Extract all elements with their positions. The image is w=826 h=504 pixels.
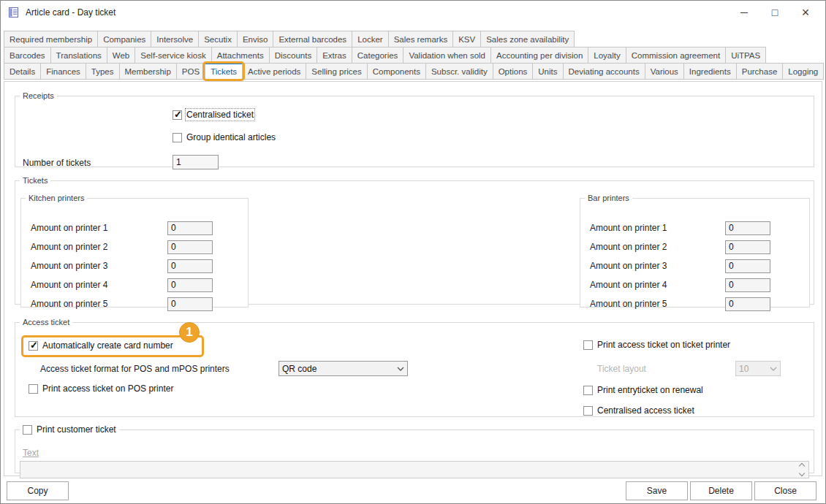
tab[interactable]: Types	[86, 63, 120, 80]
customer-ticket-text-input[interactable]	[20, 461, 809, 478]
window-title: Article card - Day ticket	[26, 1, 115, 24]
tab[interactable]: KSV	[452, 31, 481, 47]
tab[interactable]: Self-service kiosk	[134, 47, 211, 64]
tab[interactable]: Locker	[352, 31, 389, 47]
tab[interactable]: Subscr. validity	[425, 63, 493, 80]
delete-button[interactable]: Delete	[690, 481, 752, 500]
tab[interactable]: Attachments	[211, 47, 270, 64]
printer-row: Amount on printer 3	[31, 256, 242, 275]
tab[interactable]: Enviso	[237, 31, 274, 47]
printer-amount-label: Amount on printer 1	[31, 223, 167, 233]
tab[interactable]: Web	[107, 47, 135, 64]
annotation-badge: 1	[179, 322, 200, 343]
tab[interactable]: POS	[176, 63, 205, 80]
printer-amount-label: Amount on printer 3	[31, 261, 167, 271]
chevron-up-icon[interactable]	[799, 463, 805, 469]
tab[interactable]: Tickets	[205, 63, 243, 80]
tab[interactable]: Commission agreement	[626, 47, 726, 64]
printer-amount-label: Amount on printer 5	[31, 299, 167, 309]
printer-amount-input[interactable]	[725, 259, 770, 273]
print-customer-ticket-checkbox[interactable]: Print customer ticket	[23, 424, 116, 435]
access-ticket-legend: Access ticket	[20, 318, 72, 327]
printer-amount-input[interactable]	[725, 221, 770, 235]
kitchen-printers-legend: Kitchen printers	[26, 194, 87, 202]
tab[interactable]: Companies	[97, 31, 151, 47]
tab[interactable]: Secutix	[198, 31, 238, 47]
tab[interactable]: Sales remarks	[388, 31, 454, 47]
textarea-scrollbar[interactable]	[795, 462, 808, 478]
printer-amount-input[interactable]	[725, 278, 770, 292]
printer-row: Amount on printer 1	[590, 218, 803, 237]
save-button[interactable]: Save	[626, 481, 688, 500]
tab[interactable]: Accounting per division	[490, 47, 588, 64]
bar-printers-legend: Bar printers	[585, 194, 632, 202]
tab[interactable]: Components	[367, 63, 426, 80]
group-identical-articles-checkbox[interactable]: Group identical articles	[173, 132, 276, 142]
tab-row-2: BarcodesTranslationsWebSelf-service kios…	[4, 47, 822, 64]
checkbox-label: Group identical articles	[186, 132, 276, 142]
printer-amount-input[interactable]	[167, 297, 213, 311]
tab[interactable]: Various	[645, 63, 684, 80]
printer-amount-label: Amount on printer 3	[590, 261, 725, 271]
centralised-access-ticket-checkbox[interactable]: Centralised access ticket	[583, 405, 694, 416]
tab[interactable]: Finances	[40, 63, 86, 80]
chevron-down-icon[interactable]	[799, 470, 805, 476]
print-entryticket-renewal-checkbox[interactable]: Print entryticket on renewal	[583, 385, 703, 395]
automatically-create-card-number-checkbox[interactable]: Automatically create card number	[29, 340, 173, 351]
access-ticket-group: Access ticket 1 Automatically create car…	[15, 318, 814, 417]
tab[interactable]: Validation when sold	[403, 47, 491, 64]
printer-amount-input[interactable]	[167, 221, 213, 235]
printer-amount-label: Amount on printer 2	[31, 242, 167, 252]
bar-printers-group: Bar printers Amount on printer 1 Amount …	[580, 194, 810, 308]
tab[interactable]: Membership	[119, 63, 177, 80]
tab[interactable]: Details	[4, 63, 41, 80]
tab[interactable]: Intersolve	[151, 31, 199, 47]
textarea-value	[20, 462, 795, 478]
bar-printer-rows: Amount on printer 1 Amount on printer 2 …	[590, 218, 803, 313]
close-icon[interactable]: ×	[790, 1, 821, 24]
tab[interactable]: External barcodes	[273, 31, 352, 47]
print-access-ticket-ticket-printer-checkbox[interactable]: Print access ticket on ticket printer	[583, 340, 730, 350]
ticket-layout-dropdown[interactable]: 10	[735, 361, 781, 376]
number-of-tickets-input[interactable]	[173, 155, 219, 169]
tab[interactable]: Sales zone availability	[480, 31, 575, 47]
tab-row-3: DetailsFinancesTypesMembershipPOSTickets…	[4, 63, 822, 80]
copy-button[interactable]: Copy	[7, 481, 69, 500]
tab-strip: Required membershipCompaniesIntersolveSe…	[4, 31, 822, 80]
minimize-icon[interactable]: ─	[729, 1, 759, 24]
printer-amount-input[interactable]	[725, 240, 770, 254]
printer-amount-input[interactable]	[725, 297, 770, 311]
maximize-icon[interactable]: □	[759, 1, 790, 24]
tab[interactable]: Deviating accounts	[563, 63, 645, 80]
tab[interactable]: Options	[493, 63, 534, 80]
printer-amount-input[interactable]	[167, 278, 213, 292]
checkbox-box-icon	[173, 110, 182, 120]
tab[interactable]: Purchase	[736, 63, 784, 80]
access-ticket-format-dropdown[interactable]: QR code	[279, 361, 408, 376]
checkbox-box-icon	[583, 340, 593, 350]
tab[interactable]: Categories	[352, 47, 404, 64]
tab[interactable]: Units	[532, 63, 563, 80]
tab[interactable]: Extras	[317, 47, 352, 64]
tab[interactable]: Discounts	[269, 47, 318, 64]
printer-amount-input[interactable]	[167, 259, 213, 273]
close-button[interactable]: Close	[754, 481, 816, 500]
tab[interactable]: Barcodes	[4, 47, 51, 64]
printer-amount-input[interactable]	[167, 240, 213, 254]
tab[interactable]: Logging	[782, 63, 824, 80]
tab[interactable]: Translations	[50, 47, 107, 64]
tab[interactable]: Active periods	[242, 63, 306, 80]
tab[interactable]: Loyalty	[588, 47, 626, 64]
checkbox-label: Print customer ticket	[37, 424, 116, 435]
tab[interactable]: Selling prices	[306, 63, 367, 80]
print-access-ticket-pos-checkbox[interactable]: Print access ticket on POS printer	[29, 383, 173, 394]
checkbox-label: Print access ticket on ticket printer	[597, 340, 730, 350]
receipts-group: Receipts Centralised ticket Group identi…	[15, 91, 814, 167]
centralised-ticket-checkbox[interactable]: Centralised ticket	[173, 110, 254, 120]
tab[interactable]: Required membership	[4, 31, 98, 47]
checkbox-box-icon	[173, 133, 182, 142]
tab[interactable]: UiTPAS	[725, 47, 766, 64]
printer-amount-label: Amount on printer 1	[590, 223, 725, 233]
printer-row: Amount on printer 3	[590, 256, 803, 275]
tab[interactable]: Ingredients	[683, 63, 737, 80]
